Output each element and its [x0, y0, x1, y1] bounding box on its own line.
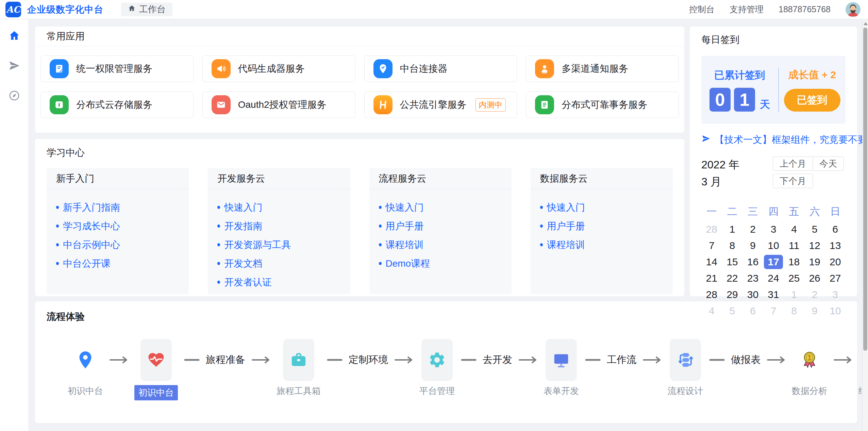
scrollbar[interactable]	[862, 19, 868, 431]
tab-workbench[interactable]: 工作台	[121, 3, 172, 16]
calendar-day[interactable]: 31	[763, 287, 784, 302]
calendar-day[interactable]: 10	[825, 304, 846, 318]
calendar-day[interactable]: 11	[784, 238, 804, 253]
learning-link[interactable]: 课程培训	[540, 235, 663, 254]
prev-month-button[interactable]: 上个月	[773, 156, 813, 171]
calendar-day[interactable]: 5	[722, 304, 743, 318]
journey-step[interactable]: 初识中台	[68, 339, 103, 397]
article-link[interactable]: 【技术一文】框架组件，究竟要不要自研?	[701, 133, 846, 146]
calendar-day[interactable]: 8	[722, 238, 743, 253]
calendar-day[interactable]: 3	[763, 222, 784, 236]
journey-step[interactable]: 流程设计	[668, 339, 703, 397]
learning-link[interactable]: 开发资源与工具	[217, 235, 340, 254]
growth-label: 成长值 + 2	[788, 68, 836, 82]
nav-console[interactable]: 控制台	[689, 4, 715, 15]
heart-pulse-icon	[140, 339, 172, 381]
calendar-day[interactable]: 13	[825, 238, 846, 253]
calendar-day[interactable]: 9	[804, 304, 825, 318]
calendar-day-selected[interactable]: 17	[764, 255, 783, 269]
learning-link[interactable]: 新手入门指南	[56, 198, 179, 217]
avatar[interactable]	[846, 2, 861, 17]
learning-link[interactable]: 课程培训	[379, 235, 502, 254]
learning-link[interactable]: 用户手册	[379, 217, 502, 235]
calendar-day[interactable]: 16	[742, 255, 763, 269]
learning-link[interactable]: 快速入门	[217, 198, 340, 217]
calendar-day[interactable]: 26	[804, 271, 825, 285]
journey-step[interactable]: 旅程工具箱	[277, 339, 321, 397]
calendar-day[interactable]: 6	[825, 222, 846, 236]
calendar-day[interactable]: 8	[784, 304, 804, 318]
journey-step[interactable]: 平台管理	[419, 339, 455, 397]
nav-phone[interactable]: 18878765768	[779, 4, 831, 14]
calendar-day[interactable]: 4	[701, 304, 722, 318]
sidebar-item-compass[interactable]	[8, 90, 20, 102]
calendar-day[interactable]: 15	[722, 255, 743, 269]
app-logo[interactable]: AC	[5, 2, 21, 17]
app-card[interactable]: 分布式可靠事务服务	[526, 92, 679, 118]
medal-icon: 1	[800, 339, 819, 381]
calendar-day[interactable]: 1	[784, 287, 804, 302]
calendar-day[interactable]: 28	[701, 287, 722, 302]
learning-link[interactable]: 中台公开课	[56, 254, 179, 273]
learning-link[interactable]: 用户手册	[540, 217, 663, 235]
calendar-day[interactable]: 21	[701, 271, 722, 285]
calendar-day[interactable]: 9	[742, 238, 763, 253]
journey-step[interactable]: 1数据分析	[792, 339, 827, 397]
signed-button[interactable]: 已签到	[784, 89, 840, 112]
today-button[interactable]: 今天	[813, 156, 844, 171]
calendar-day[interactable]: 23	[742, 271, 763, 285]
calendar-day[interactable]: 6	[742, 304, 763, 318]
scrollbar-up-arrow[interactable]	[864, 22, 868, 25]
learning-link[interactable]: 快速入门	[540, 198, 663, 217]
calendar-day[interactable]: 1	[722, 222, 743, 236]
calendar-day[interactable]: 2	[742, 222, 763, 236]
calendar-day[interactable]: 10	[763, 238, 784, 253]
sidebar-item-home[interactable]	[8, 30, 20, 43]
app-card[interactable]: 多渠道通知服务	[526, 55, 679, 82]
calendar-day[interactable]: 7	[701, 238, 722, 253]
calendar-day[interactable]: 20	[825, 255, 846, 269]
calendar-day[interactable]: 22	[722, 271, 743, 285]
calendar-day[interactable]: 14	[701, 255, 722, 269]
learning-link[interactable]: 中台示例中心	[56, 235, 179, 254]
calendar-day[interactable]: 25	[784, 271, 804, 285]
calendar-day[interactable]: 28	[701, 222, 722, 236]
sidebar-item-send[interactable]	[8, 60, 20, 72]
nav-support[interactable]: 支持管理	[730, 4, 764, 15]
calendar-day[interactable]: 5	[804, 222, 825, 236]
app-card[interactable]: 统一权限管理服务	[40, 55, 194, 82]
app-card[interactable]: 公共流引擎服务内测中	[364, 92, 517, 118]
calendar-day[interactable]: 2	[804, 287, 825, 302]
bullet-dot-icon	[56, 262, 59, 265]
bullet-dot-icon	[56, 206, 59, 209]
app-card[interactable]: 分布式云存储服务	[40, 92, 194, 118]
learning-link[interactable]: 快速入门	[379, 198, 502, 217]
app-card[interactable]: 代码生成器服务	[202, 55, 355, 82]
learning-link[interactable]: Demo课程	[379, 254, 502, 273]
calendar-weekdays: 一二三四五六日	[701, 205, 846, 219]
calendar-day[interactable]: 19	[804, 255, 825, 269]
learning-link[interactable]: 学习成长中心	[56, 217, 179, 235]
dash-connector-icon	[184, 339, 200, 381]
app-card[interactable]: 中台连接器	[364, 55, 517, 82]
journey-connector-label: 旅程准备	[206, 339, 245, 381]
calendar-day[interactable]: 12	[804, 238, 825, 253]
calendar-day[interactable]: 3	[825, 287, 846, 302]
calendar-day[interactable]: 7	[763, 304, 784, 318]
app-card[interactable]: Oauth2授权管理服务	[202, 92, 355, 118]
calendar-day[interactable]: 4	[784, 222, 804, 236]
journey-step[interactable]: 表单开发	[544, 339, 579, 397]
calendar-day[interactable]: 18	[784, 255, 804, 269]
calendar-day[interactable]: 29	[722, 287, 743, 302]
sidebar	[0, 19, 29, 431]
calendar-day[interactable]: 24	[763, 271, 784, 285]
journey-step-label: 旅程工具箱	[277, 385, 321, 397]
calendar-day[interactable]: 30	[742, 287, 763, 302]
next-month-button[interactable]: 下个月	[773, 174, 813, 188]
learning-link[interactable]: 开发文档	[217, 254, 340, 273]
calendar-day[interactable]: 27	[825, 271, 846, 285]
journey-step[interactable]: 初识中台	[134, 339, 178, 400]
learning-link[interactable]: 开发者认证	[217, 273, 340, 292]
scrollbar-thumb[interactable]	[863, 28, 867, 351]
learning-link[interactable]: 开发指南	[217, 217, 340, 235]
